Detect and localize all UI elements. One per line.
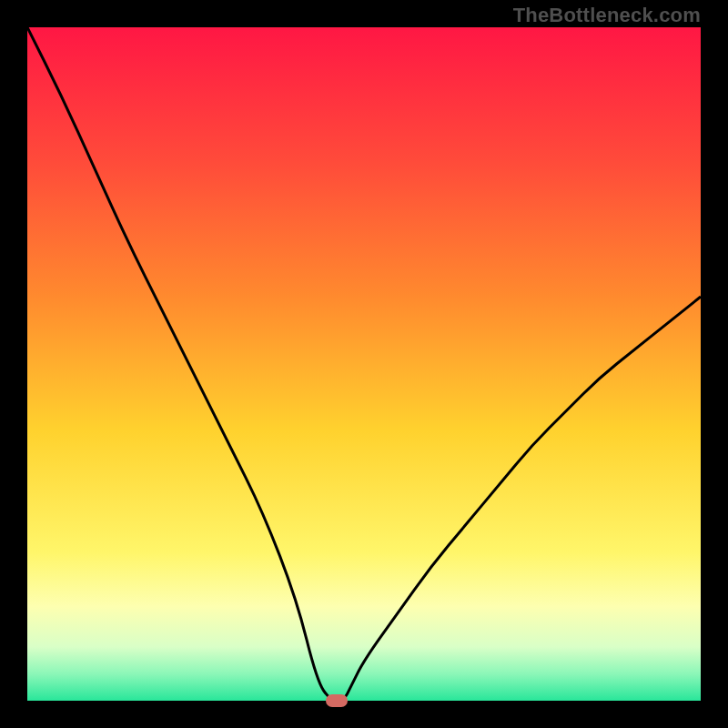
chart-frame: TheBottleneck.com <box>0 0 728 728</box>
plot-area <box>27 27 701 701</box>
minimum-marker <box>326 694 348 707</box>
bottleneck-chart <box>27 27 701 701</box>
watermark-text: TheBottleneck.com <box>513 4 701 27</box>
gradient-background <box>27 27 701 701</box>
